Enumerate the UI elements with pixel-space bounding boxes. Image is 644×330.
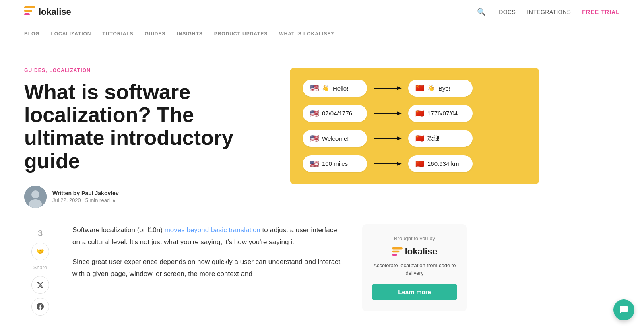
share-count: 3	[38, 228, 43, 239]
target-text-1: Bye!	[438, 85, 450, 92]
svg-marker-13	[397, 162, 402, 166]
docs-link[interactable]: DOCS	[499, 9, 516, 15]
source-text-2: 07/04/1776	[322, 110, 352, 117]
article-title: What is software localization? The ultim…	[24, 80, 274, 173]
top-bar: lokalise 🔍 DOCS INTEGRATIONS FREE TRIAL	[0, 0, 644, 24]
cn-flag-2: 🇨🇳	[415, 109, 424, 118]
author-meta: Jul 22, 2020 · 5 min read ★	[52, 197, 119, 203]
ad-logo-text: lokalise	[405, 246, 438, 257]
share-label: Share	[33, 264, 47, 270]
article-body: 3 🤝 Share Software localization (or l10n…	[0, 224, 644, 330]
translation-row-4: 🇺🇸 100 miles 🇨🇳 160.934 km	[303, 155, 526, 172]
integrations-link[interactable]: INTEGRATIONS	[527, 9, 571, 15]
logo-text: lokalise	[39, 7, 71, 17]
us-flag-4: 🇺🇸	[310, 159, 319, 168]
hero-content-left: GUIDES, LOCALIZATION What is software lo…	[24, 68, 274, 208]
localization-nav-link[interactable]: LOCALIZATION	[51, 31, 91, 37]
author-name: Written by Paul Jakovlev	[52, 190, 119, 196]
learn-more-button[interactable]: Learn more	[372, 284, 457, 300]
translation-row-2: 🇺🇸 07/04/1776 🇨🇳 1776/07/04	[303, 105, 526, 122]
source-text-3: Welcome!	[322, 135, 349, 142]
facebook-share-button[interactable]	[31, 298, 49, 316]
insights-nav-link[interactable]: INSIGHTS	[177, 31, 202, 37]
svg-rect-1	[24, 10, 32, 12]
logo-link[interactable]: lokalise	[24, 6, 71, 17]
svg-marker-7	[397, 86, 402, 90]
svg-rect-0	[24, 6, 35, 8]
blog-nav-link[interactable]: BLOG	[24, 31, 40, 37]
translation-target-2: 🇨🇳 1776/07/04	[408, 105, 473, 122]
translation-target-1: 🇨🇳 👋 Bye!	[408, 80, 473, 97]
brought-by-label: Brought to you by	[394, 235, 435, 241]
translation-row-3: 🇺🇸 Welcome! 🇨🇳 欢迎	[303, 130, 526, 147]
target-text-2: 1776/07/04	[427, 110, 458, 117]
us-flag-1: 🇺🇸	[310, 84, 319, 93]
article-category: GUIDES, LOCALIZATION	[24, 68, 274, 73]
translation-source-1: 🇺🇸 👋 Hello!	[303, 80, 367, 97]
product-updates-nav-link[interactable]: PRODUCT UPDATES	[214, 31, 268, 37]
source-text-1: Hello!	[333, 85, 348, 92]
arrow-3	[374, 134, 402, 142]
target-text-4: 160.934 km	[427, 160, 459, 167]
hero-section: GUIDES, LOCALIZATION What is software lo…	[0, 43, 564, 224]
search-button[interactable]: 🔍	[475, 6, 487, 18]
translation-source-4: 🇺🇸 100 miles	[303, 155, 367, 172]
translation-row-1: 🇺🇸 👋 Hello! 🇨🇳 👋 Bye!	[303, 80, 526, 97]
svg-rect-16	[392, 254, 397, 256]
wave-icon-r1: 👋	[427, 85, 435, 92]
what-is-lokalise-nav-link[interactable]: WHAT IS LOKALISE?	[279, 31, 334, 37]
source-text-4: 100 miles	[322, 160, 348, 167]
svg-marker-11	[397, 136, 402, 140]
translation-source-2: 🇺🇸 07/04/1776	[303, 105, 367, 122]
article-link[interactable]: moves beyond basic translation	[165, 226, 260, 234]
cn-flag-1: 🇨🇳	[415, 84, 424, 93]
svg-rect-2	[24, 13, 30, 15]
sidebar-advertisement: Brought to you by lokalise Accelerate lo…	[362, 224, 467, 311]
cn-flag-3: 🇨🇳	[415, 134, 424, 143]
translation-target-4: 🇨🇳 160.934 km	[408, 155, 473, 172]
article-content: Software localization (or l10n) moves be…	[72, 224, 346, 288]
sub-navigation: BLOG LOCALIZATION TUTORIALS GUIDES INSIG…	[0, 24, 644, 43]
us-flag-3: 🇺🇸	[310, 134, 319, 143]
translation-source-3: 🇺🇸 Welcome!	[303, 130, 367, 147]
article-paragraph-1: Software localization (or l10n) moves be…	[72, 224, 346, 248]
svg-rect-14	[392, 248, 402, 250]
svg-rect-15	[392, 250, 399, 252]
ad-tagline: Accelerate localization from code to del…	[372, 262, 457, 277]
logo-icon	[24, 6, 35, 17]
cn-flag-4: 🇨🇳	[415, 159, 424, 168]
arrow-2	[374, 109, 402, 118]
chat-button[interactable]	[613, 299, 634, 320]
article-paragraph-2: Since great user experience depends on h…	[72, 256, 346, 280]
ad-logo: lokalise	[392, 246, 438, 257]
author-row: Written by Paul Jakovlev Jul 22, 2020 · …	[24, 186, 274, 208]
arrow-1	[374, 84, 402, 92]
top-navigation: 🔍 DOCS INTEGRATIONS FREE TRIAL	[475, 6, 620, 18]
arrow-4	[374, 160, 402, 168]
tutorials-nav-link[interactable]: TUTORIALS	[102, 31, 133, 37]
social-sidebar: 3 🤝 Share	[24, 224, 56, 316]
hero-visual: 🇺🇸 👋 Hello! 🇨🇳 👋 Bye! 🇺🇸 07/04/1776	[290, 68, 539, 184]
translation-target-3: 🇨🇳 欢迎	[408, 130, 473, 147]
author-info: Written by Paul Jakovlev Jul 22, 2020 · …	[52, 190, 119, 203]
us-flag-2: 🇺🇸	[310, 109, 319, 118]
svg-point-4	[31, 190, 39, 198]
svg-marker-9	[397, 111, 402, 116]
guides-nav-link[interactable]: GUIDES	[145, 31, 166, 37]
target-text-3: 欢迎	[427, 135, 440, 142]
handshake-button[interactable]: 🤝	[31, 243, 49, 260]
twitter-share-button[interactable]	[31, 276, 49, 294]
wave-icon-1: 👋	[322, 85, 330, 92]
author-avatar	[24, 186, 47, 208]
free-trial-link[interactable]: FREE TRIAL	[582, 9, 620, 15]
